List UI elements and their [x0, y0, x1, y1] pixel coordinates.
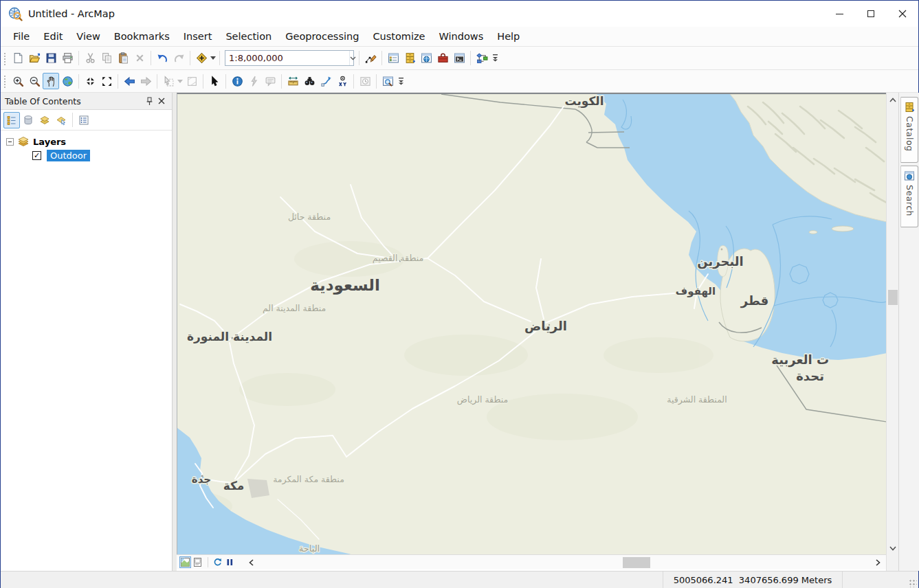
full-extent-button[interactable]	[59, 73, 76, 89]
layer-row-outdoor[interactable]: ✓ Outdoor	[1, 148, 172, 162]
add-data-button[interactable]	[193, 50, 210, 67]
search-tab[interactable]: Search	[900, 166, 918, 227]
hscroll-left-arrow[interactable]	[245, 555, 256, 570]
toolbar-overflow-button[interactable]	[396, 73, 406, 89]
delete-button[interactable]	[131, 50, 148, 67]
refresh-icon	[213, 558, 222, 567]
new-document-button[interactable]	[10, 50, 26, 67]
layer-name-outdoor[interactable]: Outdoor	[47, 150, 90, 161]
menu-view[interactable]: View	[69, 28, 107, 45]
modelbuilder-button[interactable]	[474, 50, 490, 67]
list-by-visibility-button[interactable]	[36, 112, 53, 128]
search-window-button[interactable]	[418, 50, 434, 67]
print-button[interactable]	[59, 50, 76, 67]
refresh-button[interactable]	[212, 556, 223, 568]
vscroll-up-arrow[interactable]	[887, 94, 899, 106]
resize-grip[interactable]	[908, 578, 917, 587]
map-vertical-scrollbar[interactable]	[886, 93, 898, 571]
toc-close-button[interactable]	[155, 95, 168, 107]
add-data-dropdown[interactable]	[210, 50, 217, 67]
html-popup-button[interactable]	[262, 73, 278, 89]
paste-icon	[118, 52, 129, 64]
pause-icon	[226, 558, 234, 566]
list-by-selection-button[interactable]	[53, 112, 69, 128]
fixed-zoom-in-button[interactable]	[82, 73, 98, 89]
new-document-icon	[12, 52, 24, 64]
select-features-dropdown[interactable]	[177, 73, 184, 89]
data-view-button[interactable]	[179, 556, 191, 568]
editor-toolbar-button[interactable]	[362, 50, 379, 67]
zoom-out-button[interactable]	[26, 73, 43, 89]
chevron-down-icon	[889, 546, 896, 551]
table-of-contents-button[interactable]	[385, 50, 401, 67]
map-viewport[interactable]: الكويتالسعوديةمنطقة حائلمنطقة القصيممنطق…	[177, 93, 886, 554]
clear-selection-button[interactable]	[184, 73, 200, 89]
back-extent-button[interactable]	[121, 73, 137, 89]
layers-group-icon	[17, 137, 30, 147]
menu-help[interactable]: Help	[490, 28, 527, 45]
find-route-button[interactable]	[318, 73, 334, 89]
viewer-window-button[interactable]	[379, 73, 396, 89]
minimize-button[interactable]	[823, 1, 855, 27]
copy-button[interactable]	[98, 50, 115, 67]
menu-windows[interactable]: Windows	[432, 28, 491, 45]
pan-button[interactable]	[43, 73, 59, 89]
find-button[interactable]	[301, 73, 318, 89]
scale-dropdown-button[interactable]	[349, 51, 356, 65]
select-elements-button[interactable]	[206, 73, 223, 89]
toc-options-button[interactable]	[76, 112, 92, 128]
layer-visibility-checkbox[interactable]: ✓	[32, 151, 41, 160]
arctoolbox-button[interactable]	[434, 50, 451, 67]
zoom-in-button[interactable]	[10, 73, 26, 89]
maximize-button[interactable]	[855, 1, 887, 27]
menu-geoprocessing[interactable]: Geoprocessing	[278, 28, 366, 45]
layers-group-row[interactable]: Layers	[1, 135, 172, 148]
close-button[interactable]	[887, 1, 918, 27]
html-popup-lightning-button[interactable]	[245, 73, 262, 89]
map-scale-input[interactable]	[225, 53, 349, 63]
select-features-button[interactable]	[160, 73, 177, 89]
collapse-expander-icon[interactable]	[6, 138, 14, 146]
map-canvas[interactable]: الكويتالسعوديةمنطقة حائلمنطقة القصيممنطق…	[177, 94, 886, 554]
layout-view-button[interactable]	[192, 556, 203, 568]
hscroll-right-arrow[interactable]	[872, 555, 883, 570]
toolbar-grip[interactable]	[3, 52, 7, 65]
paste-button[interactable]	[115, 50, 131, 67]
measure-button[interactable]	[285, 73, 301, 89]
list-by-drawing-order-button[interactable]	[3, 112, 20, 128]
fixed-zoom-out-button[interactable]	[98, 73, 115, 89]
coordinate-readout: 5005066.241 3407656.699 Meters	[663, 575, 842, 585]
hscroll-thumb[interactable]	[623, 557, 650, 568]
identify-button[interactable]	[229, 73, 245, 89]
forward-extent-button[interactable]	[137, 73, 154, 89]
map-label-hail-region: منطقة حائل	[288, 212, 331, 222]
list-by-source-icon	[23, 115, 34, 126]
python-window-button[interactable]	[451, 50, 467, 67]
vscroll-thumb[interactable]	[888, 290, 898, 305]
pause-drawing-button[interactable]	[224, 556, 236, 568]
menu-bookmarks[interactable]: Bookmarks	[107, 28, 177, 45]
menu-file[interactable]: File	[6, 28, 36, 45]
open-button[interactable]	[26, 50, 43, 67]
catalog-tab[interactable]: Catalog	[900, 97, 918, 163]
undo-button[interactable]	[154, 50, 170, 67]
toolbar-grip[interactable]	[3, 74, 7, 88]
toolbar-overflow-button[interactable]	[490, 50, 500, 67]
go-to-xy-button[interactable]	[334, 73, 351, 89]
menu-edit[interactable]: Edit	[36, 28, 69, 45]
cut-button[interactable]	[82, 50, 98, 67]
redo-button[interactable]	[170, 50, 187, 67]
catalog-window-button[interactable]	[401, 50, 418, 67]
search-tab-label: Search	[905, 185, 915, 216]
chevron-down-icon	[177, 80, 183, 83]
vscroll-down-arrow[interactable]	[887, 543, 899, 554]
pin-button[interactable]	[143, 95, 155, 107]
back-arrow-icon	[124, 76, 135, 87]
menu-insert[interactable]: Insert	[177, 28, 219, 45]
list-by-source-button[interactable]	[20, 112, 36, 128]
menu-customize[interactable]: Customize	[366, 28, 432, 45]
save-button[interactable]	[43, 50, 59, 67]
layers-group-label[interactable]: Layers	[33, 137, 66, 147]
time-slider-button[interactable]	[357, 73, 373, 89]
menu-selection[interactable]: Selection	[219, 28, 278, 45]
